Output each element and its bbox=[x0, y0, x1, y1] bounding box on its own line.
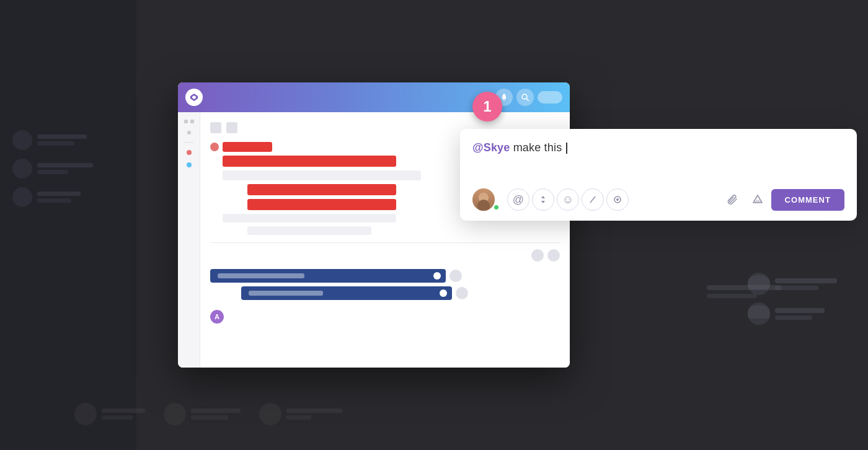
notification-badge: 1 bbox=[472, 92, 502, 121]
bar-action-1 bbox=[450, 270, 462, 282]
text-cursor bbox=[566, 143, 567, 154]
svg-marker-8 bbox=[755, 200, 761, 203]
svg-point-3 bbox=[477, 201, 490, 208]
add-icon bbox=[226, 122, 237, 133]
status-button[interactable] bbox=[606, 188, 629, 211]
bottom-section: A bbox=[210, 310, 560, 324]
emoji-button[interactable]: ☺ bbox=[557, 188, 579, 211]
search-icon[interactable] bbox=[516, 89, 534, 106]
bg-bottom-row bbox=[74, 403, 818, 425]
action-icon-1 bbox=[531, 249, 544, 262]
app-header bbox=[178, 82, 570, 112]
sidebar-dot-1 bbox=[187, 150, 192, 155]
drive-button[interactable] bbox=[746, 188, 769, 211]
svg-point-0 bbox=[522, 94, 527, 99]
svg-line-1 bbox=[526, 99, 529, 101]
comment-toolbar: @ ☺ bbox=[472, 188, 844, 211]
header-bar bbox=[538, 91, 562, 104]
bg-left-panel bbox=[0, 0, 136, 450]
section-divider bbox=[210, 242, 560, 243]
app-header-right bbox=[495, 89, 562, 106]
mention-button[interactable]: @ bbox=[507, 188, 529, 211]
badge-number: 1 bbox=[483, 98, 491, 115]
app-window: A bbox=[178, 82, 570, 368]
svg-point-6 bbox=[616, 198, 619, 201]
gantt-blue-section bbox=[210, 269, 560, 300]
svg-point-2 bbox=[479, 193, 489, 203]
assign-button[interactable] bbox=[532, 188, 554, 211]
bg-right-content bbox=[748, 273, 837, 332]
app-header-left bbox=[185, 89, 203, 106]
svg-line-4 bbox=[590, 196, 595, 203]
app-sidebar bbox=[178, 112, 200, 368]
comment-text-area[interactable]: @Skye make this bbox=[472, 141, 844, 179]
sidebar-dot-2 bbox=[187, 162, 192, 167]
comment-submit-button[interactable]: COMMENT bbox=[771, 189, 844, 211]
attachment-button[interactable] bbox=[722, 188, 744, 211]
commenter-avatar-wrapper bbox=[472, 188, 500, 211]
app-logo bbox=[185, 89, 203, 106]
bg-left-content bbox=[12, 130, 93, 216]
online-status-dot bbox=[494, 205, 499, 210]
commenter-avatar bbox=[472, 188, 495, 211]
bar-action-2 bbox=[456, 287, 468, 299]
bg-right-label bbox=[707, 285, 781, 298]
format-button[interactable] bbox=[582, 188, 604, 211]
comment-popup: @Skye make this @ bbox=[460, 129, 857, 221]
mention-text: @Skye bbox=[472, 141, 510, 154]
view-icon bbox=[210, 122, 221, 133]
action-icon-2 bbox=[547, 249, 560, 262]
comment-body-text: make this bbox=[510, 141, 565, 154]
